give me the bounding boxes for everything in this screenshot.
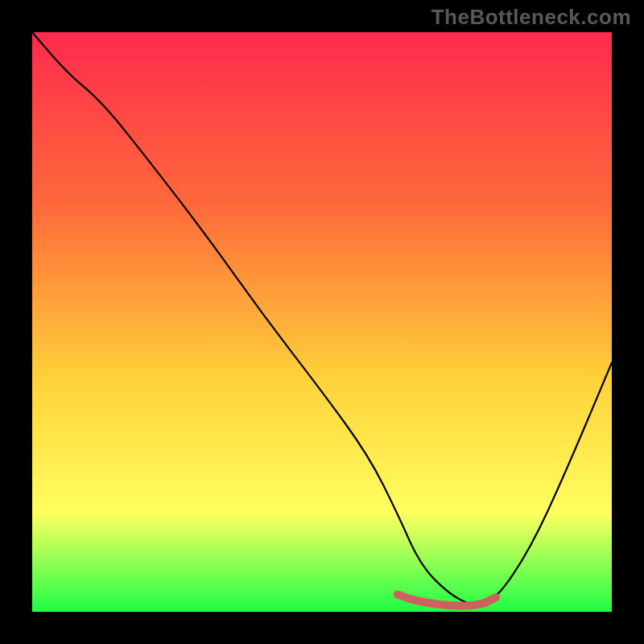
gradient-background — [32, 32, 612, 612]
chart-frame: TheBottleneck.com — [0, 0, 644, 644]
bottleneck-chart — [32, 32, 612, 612]
watermark-text: TheBottleneck.com — [431, 5, 631, 30]
plot-area — [32, 32, 612, 612]
